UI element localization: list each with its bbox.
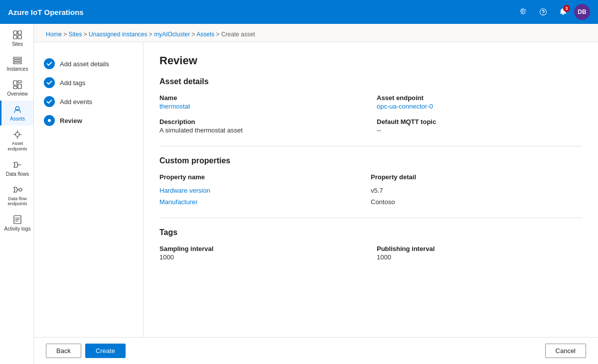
app-title: Azure IoT Operations (8, 8, 514, 16)
svg-rect-8 (18, 81, 21, 83)
svg-point-13 (19, 188, 22, 191)
step-label-3: Add events (60, 98, 92, 106)
detail-mqtt-label: Default MQTT topic (377, 118, 582, 125)
custom-properties-title: Custom properties (159, 156, 582, 165)
data-flows-icon (12, 160, 22, 170)
prop-detail-1: v5.7 (371, 187, 582, 194)
prop-name-2: Manufacturer (159, 198, 371, 206)
sidebar-label-assets: Assets (10, 116, 25, 121)
breadcrumb-home[interactable]: Home (46, 31, 62, 38)
detail-name: Name thermostat (159, 94, 365, 110)
checkmark-icon-2 (46, 80, 52, 86)
svg-rect-6 (13, 62, 21, 64)
detail-sampling: Sampling interval 1000 (159, 245, 365, 261)
step-label-4: Review (60, 117, 82, 124)
detail-description-value: A simulated thermostat asset (159, 126, 365, 134)
asset-details-grid: Name thermostat Asset endpoint opc-ua-co… (159, 94, 582, 134)
divider-2 (159, 218, 582, 218)
review-title: Review (159, 54, 582, 67)
detail-endpoint-label: Asset endpoint (377, 94, 582, 102)
overview-icon (12, 80, 22, 90)
topbar: Azure IoT Operations 3 DB (0, 0, 598, 24)
sidebar-label-sites: Sites (12, 41, 23, 47)
prop-detail-2: Contoso (371, 198, 582, 206)
settings-icon-btn[interactable] (514, 3, 532, 21)
checkmark-icon-1 (46, 61, 52, 67)
sidebar-item-overview[interactable]: Overview (0, 76, 33, 101)
divider-1 (159, 146, 582, 146)
breadcrumb-unassigned[interactable]: Unassigned instances (89, 31, 147, 38)
sidebar-item-activity-logs[interactable]: Activity logs (0, 211, 33, 236)
sampling-value: 1000 (159, 253, 365, 261)
step-label-1: Add asset details (60, 60, 109, 68)
svg-rect-4 (13, 57, 21, 59)
asset-details-title: Asset details (159, 77, 582, 86)
step-label-2: Add tags (60, 79, 85, 87)
publishing-label: Publishing interval (377, 245, 582, 252)
data-flow-endpoints-icon (12, 185, 22, 195)
step-add-asset-details[interactable]: Add asset details (42, 54, 135, 73)
sidebar-item-sites[interactable]: Sites (0, 26, 33, 51)
detail-endpoint-value: opc-ua-connector-0 (377, 103, 582, 110)
sidebar-label-overview: Overview (7, 91, 28, 97)
svg-rect-9 (18, 84, 21, 89)
instances-icon (12, 55, 22, 65)
breadcrumb-sep-4: > (192, 31, 197, 38)
sidebar-label-data-flows: Data flows (6, 171, 29, 177)
breadcrumb-cluster[interactable]: myAIOcluster (154, 31, 190, 38)
sidebar-label-asset-endpoints: Asset endpoints (3, 141, 31, 152)
footer: Back Create Cancel (34, 337, 598, 364)
sidebar-item-assets[interactable]: Assets (0, 101, 33, 125)
user-avatar[interactable]: DB (574, 4, 590, 20)
question-icon (539, 8, 547, 16)
review-content: Review Asset details Name thermostat Ass… (144, 42, 598, 337)
sidebar-item-data-flows[interactable]: Data flows (0, 156, 33, 181)
breadcrumb-sep-3: > (149, 31, 154, 38)
notification-icon-btn[interactable]: 3 (554, 3, 572, 21)
breadcrumb-sep-2: > (84, 31, 89, 38)
breadcrumb-current: Create asset (221, 31, 255, 38)
sidebar-item-asset-endpoints[interactable]: Asset endpoints (0, 125, 33, 156)
tags-title: Tags (159, 228, 582, 237)
cancel-button[interactable]: Cancel (545, 344, 586, 358)
sidebar-item-data-flow-endpoints[interactable]: Data flow endpoints (0, 181, 33, 211)
steps-panel: Add asset details Add tags (34, 42, 144, 337)
detail-description: Description A simulated thermostat asset (159, 118, 365, 134)
tags-grid: Sampling interval 1000 Publishing interv… (159, 245, 582, 261)
main-layout: Sites Instances Overview (0, 24, 598, 364)
step-add-tags[interactable]: Add tags (42, 73, 135, 92)
svg-rect-7 (13, 81, 17, 85)
step-circle-2 (44, 77, 55, 88)
prop-name-header: Property name (159, 173, 371, 181)
sidebar-label-activity-logs: Activity logs (4, 226, 31, 232)
step-review[interactable]: Review (42, 111, 135, 130)
detail-mqtt: Default MQTT topic -- (377, 118, 582, 134)
detail-mqtt-value: -- (377, 126, 582, 134)
svg-rect-5 (13, 60, 21, 61)
breadcrumb-sep-1: > (63, 31, 68, 38)
gear-icon (519, 8, 527, 16)
help-icon-btn[interactable] (534, 3, 552, 21)
sidebar-label-instances: Instances (7, 66, 28, 72)
content-area: Home > Sites > Unassigned instances > my… (34, 24, 598, 364)
step-circle-3 (44, 96, 55, 107)
assets-icon (12, 105, 22, 115)
asset-endpoints-icon (12, 129, 22, 139)
detail-publishing: Publishing interval 1000 (377, 245, 582, 261)
breadcrumb-assets[interactable]: Assets (196, 31, 214, 38)
create-button[interactable]: Create (85, 344, 126, 358)
back-button[interactable]: Back (46, 344, 81, 358)
svg-rect-1 (18, 31, 21, 34)
step-add-events[interactable]: Add events (42, 92, 135, 111)
svg-rect-10 (13, 86, 17, 89)
prop-name-1: Hardware version (159, 187, 371, 194)
svg-rect-2 (13, 35, 17, 39)
step-circle-4 (44, 115, 55, 126)
sidebar: Sites Instances Overview (0, 24, 34, 364)
detail-description-label: Description (159, 118, 365, 125)
breadcrumb-sites[interactable]: Sites (69, 31, 82, 38)
circle-dot-icon (46, 118, 52, 123)
svg-rect-3 (18, 35, 21, 39)
sidebar-item-instances[interactable]: Instances (0, 51, 33, 76)
publishing-value: 1000 (377, 253, 582, 261)
